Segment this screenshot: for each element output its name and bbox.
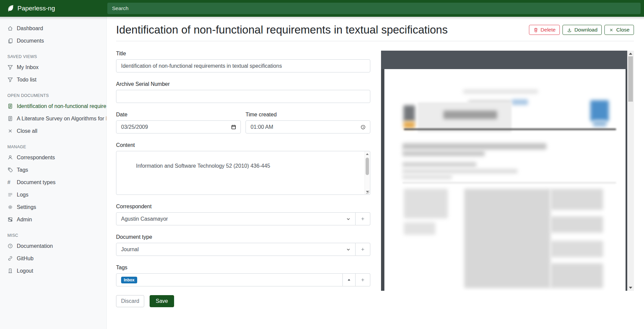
sidebar-item-todo-list[interactable]: Todo list xyxy=(0,73,106,86)
sidebar-open-doc-2[interactable]: A Literature Survey on Algorithms for Mu… xyxy=(0,112,106,125)
blurred-publisher-logo xyxy=(404,105,415,121)
filter-icon xyxy=(7,77,13,83)
leaf-logo-icon xyxy=(7,5,14,12)
correspondent-select[interactable]: Agustin Casamayor xyxy=(116,212,356,225)
content-label: Content xyxy=(116,142,370,148)
blurred-abstract-block xyxy=(464,189,550,288)
time-created-input[interactable]: 01:00 AM xyxy=(246,120,370,133)
filter-icon xyxy=(7,64,13,70)
hash-icon: # xyxy=(7,179,13,185)
blurred-keywords-block xyxy=(404,222,435,235)
document-edit-form: Title Archive Serial Number Date 03/25/2… xyxy=(116,51,370,307)
correspondent-label: Correspondent xyxy=(116,204,370,210)
blurred-divider xyxy=(404,128,616,130)
sidebar-item-settings[interactable]: Settings xyxy=(0,201,106,213)
title-input[interactable] xyxy=(116,59,370,72)
archive-serial-number-input[interactable] xyxy=(116,90,370,103)
sidebar-item-tags[interactable]: Tags xyxy=(0,164,106,176)
sidebar-item-documents[interactable]: Documents xyxy=(0,35,106,47)
pdf-viewer-toolbar xyxy=(381,51,627,69)
close-button[interactable]: Close xyxy=(604,25,634,35)
sidebar-item-admin[interactable]: Admin xyxy=(0,213,106,226)
blurred-keywords-block xyxy=(404,189,448,218)
sidebar-item-github[interactable]: GitHub xyxy=(0,252,106,265)
scroll-up-arrow-icon[interactable] xyxy=(366,153,369,155)
download-button[interactable]: Download xyxy=(562,25,602,35)
sidebar-item-correspondents[interactable]: Correspondents xyxy=(0,151,106,164)
date-input[interactable]: 03/25/2009 xyxy=(116,120,241,133)
sidebar-item-logout[interactable]: Logout xyxy=(0,265,106,277)
chevron-down-icon xyxy=(345,216,351,222)
discard-button[interactable]: Discard xyxy=(116,295,144,307)
blurred-affiliation-line xyxy=(402,169,518,173)
scroll-down-arrow-icon[interactable] xyxy=(629,287,632,289)
document-type-select[interactable]: Journal xyxy=(116,243,356,256)
file-text-icon xyxy=(7,103,13,109)
calendar-icon[interactable] xyxy=(231,124,236,130)
question-circle-icon: ? xyxy=(7,243,13,249)
home-icon xyxy=(7,25,13,31)
blurred-abstract-block xyxy=(550,216,603,233)
pdf-preview-scrollbar[interactable] xyxy=(627,51,634,291)
pdf-preview-pane[interactable] xyxy=(381,51,634,291)
scrollbar-thumb[interactable] xyxy=(366,158,369,175)
plus-icon xyxy=(360,247,365,252)
content-scrollbar[interactable] xyxy=(365,152,370,194)
add-document-type-button[interactable] xyxy=(356,243,370,256)
blurred-sciencedirect-logo xyxy=(512,99,528,105)
pdf-page xyxy=(384,69,626,291)
sidebar-open-doc-1[interactable]: Identification of non-functional require… xyxy=(0,100,106,112)
tag-badge-inbox[interactable]: Inbox xyxy=(121,277,137,283)
misc-heading: MISC xyxy=(7,233,99,238)
sidebar-item-dashboard[interactable]: Dashboard xyxy=(0,22,106,35)
person-icon xyxy=(7,155,13,160)
pdf-viewer-body xyxy=(381,69,627,291)
blurred-divider xyxy=(402,182,616,183)
scroll-up-arrow-icon[interactable] xyxy=(629,53,632,55)
toggles-icon xyxy=(7,217,13,222)
sidebar-item-logs[interactable]: Logs xyxy=(0,188,106,201)
svg-text:?: ? xyxy=(9,244,11,248)
clock-icon[interactable] xyxy=(360,124,366,130)
sidebar-item-document-types[interactable]: # Document types xyxy=(0,176,106,188)
scrollbar-thumb[interactable] xyxy=(628,56,633,102)
delete-button[interactable]: Delete xyxy=(529,25,560,35)
resize-handle[interactable] xyxy=(366,190,369,194)
add-correspondent-button[interactable] xyxy=(356,212,370,225)
blurred-affiliation-line xyxy=(402,175,452,179)
document-header: Identification of non-functional require… xyxy=(116,23,634,41)
blurred-journal-cover xyxy=(590,100,609,121)
app-brand[interactable]: Paperless-ng xyxy=(0,0,107,17)
blurred-article-title xyxy=(402,151,485,156)
gear-icon xyxy=(7,204,13,210)
list-icon xyxy=(7,192,13,198)
add-tag-button[interactable] xyxy=(356,273,370,286)
sidebar: Dashboard Documents SAVED VIEWS My Inbox… xyxy=(0,17,107,329)
manage-heading: MANAGE xyxy=(7,145,99,149)
search-input[interactable] xyxy=(107,3,641,14)
tag-icon xyxy=(7,167,13,173)
document-type-label: Document type xyxy=(116,234,370,240)
open-documents-heading: OPEN DOCUMENTS xyxy=(7,93,99,98)
sidebar-close-all[interactable]: Close all xyxy=(0,125,106,137)
sidebar-item-documentation[interactable]: ? Documentation xyxy=(0,240,106,252)
sidebar-item-my-inbox[interactable]: My Inbox xyxy=(0,61,106,73)
date-label: Date xyxy=(116,112,241,118)
tags-dropdown-toggle[interactable] xyxy=(343,273,356,286)
plus-icon xyxy=(360,277,365,282)
tags-input[interactable]: Inbox xyxy=(116,273,343,286)
saved-views-heading: SAVED VIEWS xyxy=(7,54,99,59)
close-icon xyxy=(7,128,13,134)
title-label: Title xyxy=(116,51,370,57)
content-textarea[interactable]: Information and Software Technology 52 (… xyxy=(116,151,370,195)
blurred-abstract-block xyxy=(550,241,603,257)
save-button[interactable]: Save xyxy=(150,295,174,307)
download-icon xyxy=(567,28,572,33)
app-title: Paperless-ng xyxy=(17,5,55,12)
door-logout-icon xyxy=(7,268,13,274)
blurred-journal-cover xyxy=(593,120,606,127)
close-icon xyxy=(609,28,614,33)
top-navbar: Paperless-ng xyxy=(0,0,644,17)
blurred-article-title xyxy=(402,143,546,150)
blurred-journal-name xyxy=(443,111,497,119)
